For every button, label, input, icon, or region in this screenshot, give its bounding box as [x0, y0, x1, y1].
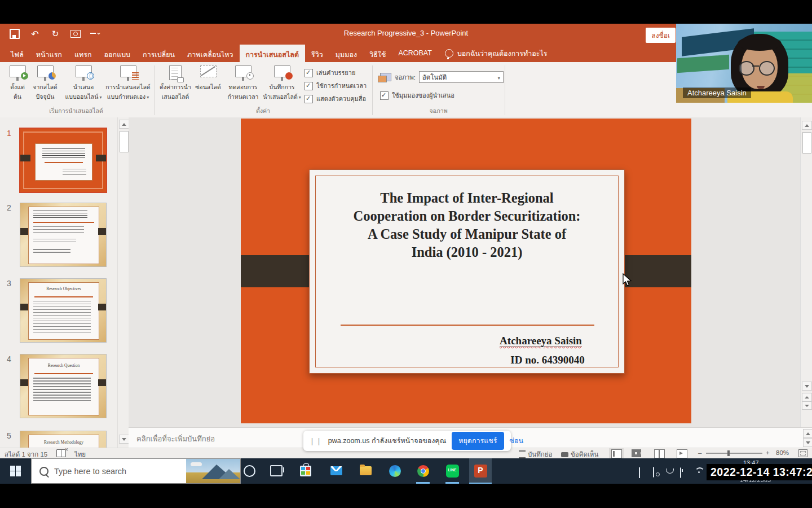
cortana-button[interactable]	[241, 463, 257, 479]
editor-scrollbar[interactable]: ^	[800, 117, 812, 427]
next-slide-button[interactable]	[802, 401, 812, 410]
present-online-globe-icon	[76, 65, 92, 77]
slide-thumbnail-4[interactable]: Research Question	[20, 354, 106, 418]
tab-slideshow-active[interactable]: การนำเสนอสไลด์	[240, 45, 306, 62]
slide-thumbnail-1[interactable]	[20, 129, 106, 192]
tab-design[interactable]: ออกแบบ	[98, 45, 137, 62]
tab-file[interactable]: ไฟล์	[5, 45, 30, 62]
slide-thumbnail-2[interactable]	[20, 203, 106, 266]
reading-view-button[interactable]	[654, 449, 665, 458]
hide-slide-icon	[200, 65, 217, 77]
scroll-up-arrow[interactable]	[803, 429, 812, 438]
rehearse-timings-button[interactable]: ทดสอบการ กำหนดเวลา	[226, 65, 261, 100]
show-media-controls-checkbox[interactable]: แสดงตัวควบคุมสื่อ	[304, 94, 366, 104]
sign-in-button[interactable]: ลงชื่อเ	[646, 28, 676, 43]
scrollbar-thumb[interactable]	[802, 132, 811, 154]
zoom-out-button[interactable]	[698, 449, 701, 456]
record-dot-icon	[274, 65, 290, 77]
rehearse-clock-icon	[235, 65, 251, 77]
tray-expand-chevron-icon[interactable]	[639, 468, 640, 479]
from-current-slide-button[interactable]: จากสไลด์ ปัจจุบัน	[30, 65, 60, 100]
hide-slide-button[interactable]: ซ่อนสไลด์	[194, 65, 222, 91]
windows-taskbar: Type here to search	[0, 458, 812, 484]
hide-share-bar-link[interactable]: ซ่อน	[510, 435, 524, 446]
task-view-button[interactable]	[268, 463, 284, 479]
file-explorer-icon[interactable]	[358, 463, 373, 479]
notes-placeholder[interactable]: คลิกเพื่อที่จะเพิ่มบันทึกย่อ	[136, 433, 215, 445]
tab-acrobat[interactable]: ACROBAT	[392, 45, 438, 62]
powerpoint-icon[interactable]	[473, 463, 488, 479]
webcam-video-overlay[interactable]: Atchareeya Saisin	[676, 24, 812, 103]
record-slideshow-button[interactable]: บันทึกการ นำเสนอสไลด์	[262, 65, 302, 101]
zoom-slider[interactable]	[706, 453, 762, 454]
slide-author: Atchareeya Saisin	[456, 335, 625, 347]
chrome-icon[interactable]	[415, 463, 431, 479]
microsoft-store-icon[interactable]	[298, 463, 314, 479]
presenter-view-checkbox[interactable]: ใช้มุมมองของผู้นำเสนอ	[380, 90, 454, 100]
previous-slide-button[interactable]	[802, 393, 812, 401]
present-online-button[interactable]: นำเสนอ แบบออนไลน์	[63, 65, 104, 101]
normal-view-button[interactable]	[609, 448, 624, 459]
zoom-percentage[interactable]: 80%	[776, 449, 789, 456]
monitor-icon	[380, 73, 391, 81]
use-timings-checkbox[interactable]: ใช้การกำหนดเวลา	[304, 81, 367, 91]
custom-slideshow-button[interactable]: การนำเสนอสไลด์ แบบกำหนดเอง	[104, 65, 152, 101]
tab-home[interactable]: หน้าแรก	[30, 45, 68, 62]
monitor-dropdown[interactable]: อัตโนมัติ	[419, 71, 504, 83]
stop-sharing-button[interactable]: หยุดการแชร์	[452, 432, 504, 450]
tab-help[interactable]: วิธีใช้	[363, 45, 392, 62]
zoom-in-button[interactable]	[766, 449, 770, 456]
drag-handle-icon[interactable]	[309, 436, 323, 446]
setup-slideshow-button[interactable]: ตั้งค่าการนำ เสนอสไลด์	[158, 65, 193, 100]
from-beginning-button[interactable]: ตั้งแต่ ต้น	[6, 65, 29, 100]
slideshow-view-button[interactable]	[677, 449, 687, 458]
scroll-down-arrow[interactable]	[802, 382, 812, 391]
slide-student-id: ID no. 64390040	[463, 354, 632, 366]
tell-me-box[interactable]: บอกฉันว่าคุณต้องการทำอะไร	[438, 45, 554, 62]
chevron-down-icon	[497, 74, 500, 81]
slide-content-box[interactable]: The Impact of Inter-Regional Cooperation…	[309, 169, 625, 374]
cast-screen-icon[interactable]	[653, 467, 654, 478]
tab-insert[interactable]: แทรก	[68, 45, 98, 62]
taskbar-search-input[interactable]: Type here to search	[31, 458, 241, 484]
monitor-label: จอภาพ:	[395, 72, 416, 82]
notes-icon	[519, 450, 526, 458]
share-message: pwa.zoom.us กำลังแชร์หน้าจอของคุณ	[328, 435, 446, 446]
proofing-icon[interactable]	[56, 449, 66, 457]
tab-review[interactable]: รีวิว	[305, 45, 329, 62]
checkbox-checked-icon	[380, 91, 389, 100]
search-placeholder: Type here to search	[54, 467, 126, 476]
edge-icon[interactable]	[387, 463, 403, 479]
decorative-bar	[20, 228, 28, 235]
fit-slide-to-window-button[interactable]	[798, 449, 807, 457]
decorative-bar	[98, 304, 106, 310]
tab-animations[interactable]: ภาพเคลื่อนไหว	[181, 45, 239, 62]
weather-widget[interactable]	[186, 459, 240, 483]
slide-thumbnail-5[interactable]: Research Methodology	[20, 431, 106, 448]
slide-sorter-view-button[interactable]	[632, 449, 641, 457]
scrollbar-thumb[interactable]	[120, 131, 129, 152]
tell-me-label: บอกฉันว่าคุณต้องการทำอะไร	[457, 48, 548, 59]
thumbnail-number: 4	[7, 354, 11, 364]
scroll-down-arrow[interactable]	[803, 438, 812, 447]
tab-transitions[interactable]: การเปลี่ยน	[136, 45, 181, 62]
decorative-bar	[20, 155, 30, 161]
group-label-start-slideshow: เริ่มการนำเสนอสไลด์	[0, 106, 152, 116]
monitor-row: จอภาพ: อัตโนมัติ	[380, 71, 504, 83]
thumbnail-scrollbar[interactable]	[117, 117, 129, 448]
line-app-icon[interactable]	[444, 463, 460, 479]
notes-scrollbar[interactable]	[802, 429, 811, 446]
start-button[interactable]	[10, 466, 21, 476]
tab-view[interactable]: มุมมอง	[329, 45, 363, 62]
mail-icon[interactable]	[328, 463, 344, 479]
battery-icon[interactable]	[680, 468, 681, 478]
checkbox-checked-icon	[304, 69, 313, 77]
scroll-up-arrow[interactable]	[802, 121, 812, 130]
lightbulb-icon	[445, 49, 453, 58]
slide-thumbnail-3[interactable]: Research Objectives	[20, 279, 106, 342]
slide-thumbnail-panel: 1 2 3 Research Objecti	[0, 117, 129, 448]
slide-canvas[interactable]: The Impact of Inter-Regional Cooperation…	[241, 119, 691, 423]
scroll-down-arrow[interactable]	[119, 435, 129, 444]
scroll-up-arrow[interactable]	[119, 120, 129, 129]
play-narrations-checkbox[interactable]: เล่นคำบรรยาย	[304, 68, 355, 78]
